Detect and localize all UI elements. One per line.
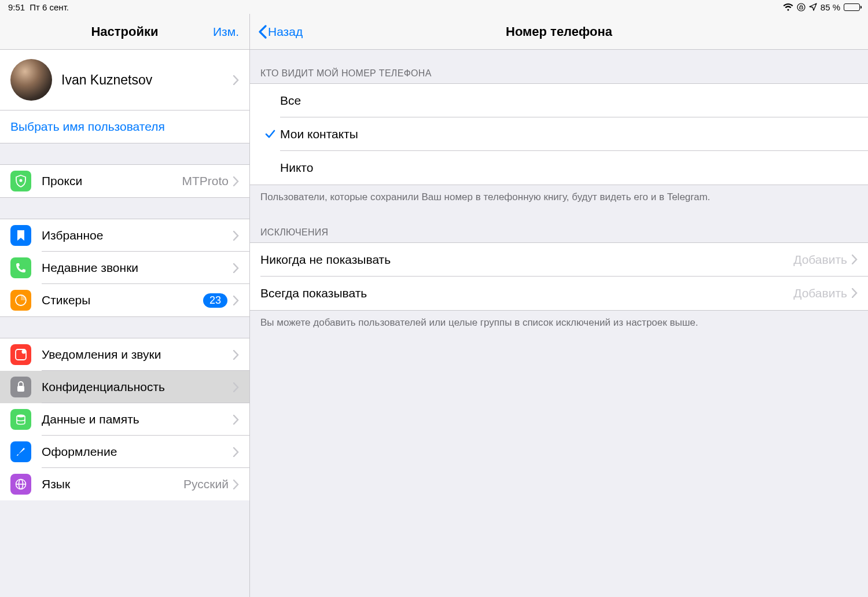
section-header-exceptions: ИСКЛЮЧЕНИЯ [250, 209, 868, 242]
chevron-right-icon [233, 382, 239, 392]
cell-label: Язык [42, 477, 183, 491]
cell-value: Добавить [793, 253, 847, 267]
cell-label: Оформление [42, 445, 233, 459]
cell-label: Прокси [42, 174, 182, 188]
sidebar-item-notifications[interactable]: Уведомления и звуки [0, 338, 249, 371]
back-label: Назад [268, 25, 303, 39]
cell-label: Конфиденциальность [42, 380, 233, 394]
status-time: 9:51 [8, 2, 25, 12]
sidebar-item-favorites[interactable]: Избранное [0, 219, 249, 252]
detail-navbar: Назад Номер телефона [250, 14, 868, 50]
profile-name: Ivan Kuznetsov [61, 72, 233, 88]
cell-label: Всегда показывать [260, 286, 793, 300]
svg-point-6 [17, 415, 25, 418]
option-label: Все [280, 94, 301, 108]
chevron-right-icon [852, 288, 858, 298]
cell-value: Русский [183, 477, 229, 491]
battery-icon [844, 3, 860, 11]
sidebar-navbar: Настройки Изм. [0, 14, 249, 50]
detail-pane: Назад Номер телефона КТО ВИДИТ МОЙ НОМЕР… [250, 14, 868, 597]
wifi-icon [783, 3, 793, 11]
option-label: Мои контакты [280, 127, 358, 141]
cell-label: Никогда не показывать [260, 253, 793, 267]
chevron-right-icon [852, 255, 858, 264]
chevron-right-icon [233, 350, 239, 360]
section-footer-who-sees: Пользователи, которые сохранили Ваш номе… [250, 185, 868, 209]
chevron-right-icon [233, 176, 239, 186]
globe-icon [10, 474, 31, 495]
database-icon [10, 409, 31, 430]
sidebar-item-recent-calls[interactable]: Недавние звонки [0, 252, 249, 284]
orientation-lock-icon [797, 3, 806, 12]
chevron-right-icon [233, 75, 239, 85]
location-icon [809, 3, 817, 11]
chevron-right-icon [233, 231, 239, 241]
shield-icon [10, 171, 31, 191]
chevron-right-icon [233, 296, 239, 305]
set-username-link[interactable]: Выбрать имя пользователя [0, 110, 249, 143]
edit-button[interactable]: Изм. [213, 25, 239, 39]
sidebar-item-proxy[interactable]: Прокси MTProto [0, 165, 249, 197]
avatar [10, 59, 52, 101]
cell-value: Добавить [793, 286, 847, 300]
option-everybody[interactable]: Все [250, 84, 868, 117]
detail-title: Номер телефона [250, 24, 868, 39]
chevron-right-icon [233, 480, 239, 489]
sidebar-item-privacy[interactable]: Конфиденциальность [0, 371, 249, 403]
status-date: Пт 6 сент. [30, 2, 69, 12]
exception-never-show[interactable]: Никогда не показывать Добавить [250, 243, 868, 277]
checkmark-icon [260, 130, 280, 139]
phone-icon [10, 257, 31, 278]
svg-rect-5 [17, 386, 24, 392]
chevron-right-icon [233, 263, 239, 273]
cell-label: Данные и память [42, 412, 233, 426]
svg-point-4 [22, 350, 26, 354]
sidebar-item-language[interactable]: Язык Русский [0, 468, 249, 500]
bookmark-icon [10, 225, 31, 246]
badge: 23 [203, 293, 227, 308]
status-bar: 9:51 Пт 6 сент. 85 % [0, 0, 868, 14]
section-header-who-sees: КТО ВИДИТ МОЙ НОМЕР ТЕЛЕФОНА [250, 50, 868, 83]
option-label: Никто [280, 161, 313, 175]
chevron-right-icon [233, 447, 239, 457]
sidebar-item-stickers[interactable]: Стикеры 23 [0, 284, 249, 316]
settings-sidebar: Настройки Изм. Ivan Kuznetsov Выбрать им… [0, 14, 250, 597]
svg-point-1 [20, 179, 23, 182]
battery-percent: 85 % [821, 2, 840, 12]
cell-value: MTProto [182, 174, 229, 188]
exception-always-show[interactable]: Всегда показывать Добавить [250, 277, 868, 310]
sidebar-item-appearance[interactable]: Оформление [0, 436, 249, 468]
back-button[interactable]: Назад [258, 25, 303, 39]
cell-label: Уведомления и звуки [42, 348, 233, 362]
sidebar-item-data[interactable]: Данные и память [0, 403, 249, 436]
section-footer-exceptions: Вы можете добавить пользователей или цел… [250, 311, 868, 334]
lock-icon [10, 377, 31, 397]
option-nobody[interactable]: Никто [250, 151, 868, 185]
cell-label: Стикеры [42, 293, 203, 307]
cell-label: Недавние звонки [42, 261, 233, 275]
notifications-icon [10, 344, 31, 365]
sticker-icon [10, 290, 31, 311]
option-contacts[interactable]: Мои контакты [250, 117, 868, 151]
chevron-right-icon [233, 415, 239, 425]
cell-label: Избранное [42, 229, 233, 242]
brush-icon [10, 441, 31, 462]
sidebar-title: Настройки [0, 24, 249, 39]
profile-cell[interactable]: Ivan Kuznetsov [0, 50, 249, 110]
